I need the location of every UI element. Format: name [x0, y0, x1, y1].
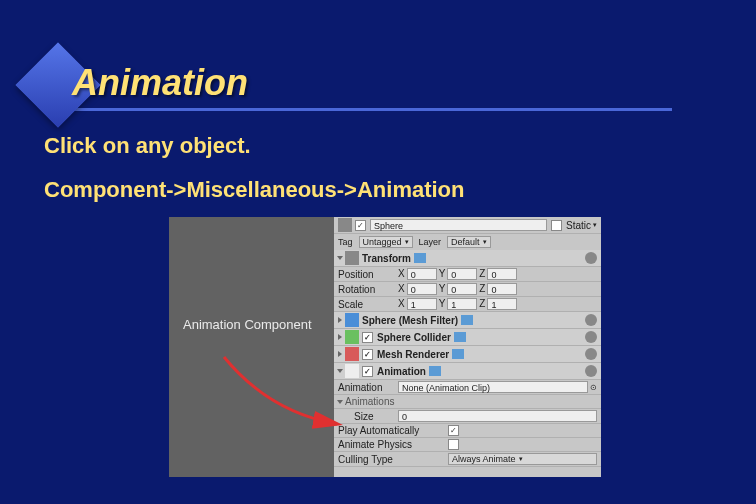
unity-screenshot: Animation Component Sphere Static ▾ [169, 217, 601, 477]
rotation-label: Rotation [338, 284, 398, 295]
tag-dropdown[interactable]: Untagged [359, 236, 413, 248]
animate-physics-row: Animate Physics [334, 438, 601, 452]
culling-label: Culling Type [338, 454, 448, 465]
tag-layer-row: Tag Untagged Layer Default [334, 234, 601, 250]
foldout-icon [337, 256, 343, 260]
scene-pane: Animation Component [169, 217, 334, 477]
size-row: Size 0 [334, 409, 601, 424]
position-row: Position X 0 Y 0 Z 0 [334, 267, 601, 282]
slide-header: Animation [0, 0, 756, 104]
anim-clip-field[interactable]: None (Animation Clip) [398, 381, 588, 393]
size-field[interactable]: 0 [398, 410, 597, 422]
gameobject-icon [338, 218, 352, 232]
help-icon[interactable] [452, 349, 464, 359]
transform-header[interactable]: Transform [334, 250, 601, 267]
static-label: Static [566, 220, 591, 231]
object-name-field[interactable]: Sphere [370, 219, 547, 231]
culling-row: Culling Type Always Animate [334, 452, 601, 467]
mesh-filter-icon [345, 313, 359, 327]
foldout-icon [338, 334, 342, 340]
collider-title: Sphere Collider [377, 332, 451, 343]
object-picker-icon[interactable]: ⊙ [590, 383, 597, 392]
gear-icon[interactable] [585, 365, 597, 377]
foldout-icon [337, 400, 343, 404]
animations-array-row[interactable]: Animations [334, 395, 601, 409]
object-header-row: Sphere Static ▾ [334, 217, 601, 234]
foldout-icon [338, 351, 342, 357]
pos-y[interactable]: 0 [447, 268, 477, 280]
help-icon[interactable] [414, 253, 426, 263]
rot-y[interactable]: 0 [447, 283, 477, 295]
sphere-collider-header[interactable]: Sphere Collider [334, 329, 601, 346]
foldout-icon [337, 369, 343, 373]
help-icon[interactable] [461, 315, 473, 325]
rot-z[interactable]: 0 [487, 283, 517, 295]
play-auto-row: Play Automatically [334, 424, 601, 438]
pos-x[interactable]: 0 [407, 268, 437, 280]
inspector-panel: Sphere Static ▾ Tag Untagged Layer Defau… [334, 217, 601, 477]
layer-dropdown[interactable]: Default [447, 236, 491, 248]
rot-x[interactable]: 0 [407, 283, 437, 295]
instruction-2: Component->Miscellaneous->Animation [44, 177, 712, 203]
transform-icon [345, 251, 359, 265]
animation-title: Animation [377, 366, 426, 377]
gear-icon[interactable] [585, 331, 597, 343]
slide-title: Animation [72, 62, 756, 104]
animation-header[interactable]: Animation [334, 363, 601, 380]
animations-label: Animations [345, 396, 394, 407]
scale-y[interactable]: 1 [447, 298, 477, 310]
instruction-1: Click on any object. [44, 133, 712, 159]
enable-checkbox[interactable] [362, 332, 373, 343]
gear-icon[interactable] [585, 252, 597, 264]
scale-z[interactable]: 1 [487, 298, 517, 310]
scale-label: Scale [338, 299, 398, 310]
foldout-icon [338, 317, 342, 323]
slide-content: Click on any object. Component->Miscella… [0, 111, 756, 477]
animate-physics-label: Animate Physics [338, 439, 448, 450]
mesh-filter-header[interactable]: Sphere (Mesh Filter) [334, 312, 601, 329]
position-label: Position [338, 269, 398, 280]
play-auto-label: Play Automatically [338, 425, 448, 436]
layer-label: Layer [419, 237, 442, 247]
play-auto-checkbox[interactable] [448, 425, 459, 436]
collider-icon [345, 330, 359, 344]
static-checkbox[interactable] [551, 220, 562, 231]
mesh-filter-title: Sphere (Mesh Filter) [362, 315, 458, 326]
annotation-arrow-icon [219, 352, 349, 442]
tag-label: Tag [338, 237, 353, 247]
scale-row: Scale X 1 Y 1 Z 1 [334, 297, 601, 312]
scale-x[interactable]: 1 [407, 298, 437, 310]
transform-title: Transform [362, 253, 411, 264]
mesh-renderer-header[interactable]: Mesh Renderer [334, 346, 601, 363]
active-checkbox[interactable] [355, 220, 366, 231]
help-icon[interactable] [454, 332, 466, 342]
annotation-label: Animation Component [183, 317, 312, 334]
enable-checkbox[interactable] [362, 366, 373, 377]
animate-physics-checkbox[interactable] [448, 439, 459, 450]
help-icon[interactable] [429, 366, 441, 376]
gear-icon[interactable] [585, 314, 597, 326]
static-dropdown-icon[interactable]: ▾ [593, 221, 597, 229]
renderer-title: Mesh Renderer [377, 349, 449, 360]
animation-clip-row: Animation None (Animation Clip) ⊙ [334, 380, 601, 395]
culling-dropdown[interactable]: Always Animate [448, 453, 597, 465]
pos-z[interactable]: 0 [487, 268, 517, 280]
rotation-row: Rotation X 0 Y 0 Z 0 [334, 282, 601, 297]
gear-icon[interactable] [585, 348, 597, 360]
enable-checkbox[interactable] [362, 349, 373, 360]
